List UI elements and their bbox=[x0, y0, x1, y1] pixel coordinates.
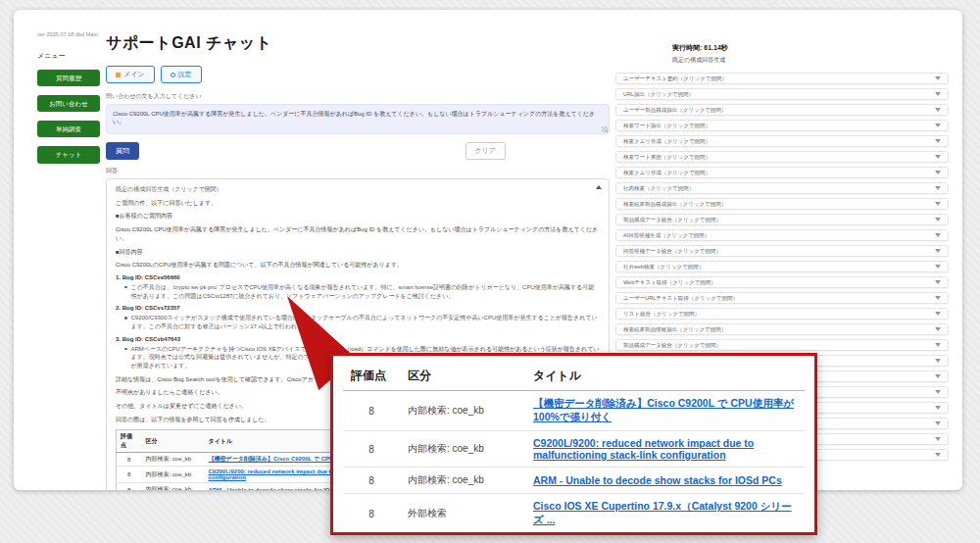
accordion-item[interactable]: 社外web検索（クリックで開閉） bbox=[615, 261, 949, 272]
chevron-down-icon bbox=[935, 155, 941, 159]
accordion-item[interactable]: Webテキスト取得（クリックで開閉） bbox=[615, 276, 949, 288]
chevron-down-icon bbox=[935, 453, 941, 457]
chevron-down-icon bbox=[935, 343, 941, 347]
accordion-item[interactable]: 回答候補データ統合（クリックで開閉） bbox=[615, 245, 949, 257]
question-textarea[interactable]: Cisco C9200L CPU使用率が高騰する障害が発生しました。ベンダーに不… bbox=[106, 104, 610, 134]
clear-button[interactable]: クリア bbox=[466, 142, 507, 160]
inset-category-cell: 内部検索: coe_kb bbox=[400, 391, 525, 431]
chevron-down-icon bbox=[935, 171, 941, 174]
accordion-item[interactable]: 検索ワード抽出（クリックで開閉） bbox=[615, 120, 949, 131]
accordion-item[interactable]: URL抽出（クリックで開閉） bbox=[615, 88, 949, 100]
inset-results-table: 評価点 区分 タイトル 8 内部検索: coe_kb 【機密データ削除済み】Ci… bbox=[343, 362, 805, 535]
tab-main[interactable]: メイン bbox=[106, 66, 155, 83]
sidebar: ver 2025.07.18 dbd Main メニュー 質問履歴 お問い合わせ… bbox=[37, 31, 100, 164]
bug-item: 1. Bug ID: CSCve56660 この不具合は、'crypto sw … bbox=[116, 274, 600, 300]
chevron-down-icon bbox=[935, 186, 941, 190]
sidebar-menu: 質問履歴 お問い合わせ 単純調査 チャット bbox=[37, 70, 100, 164]
inset-table-row: 8 外部検索 Catalyst 9000 トラブルシューティング - hkato… bbox=[343, 534, 805, 536]
chevron-down-icon bbox=[935, 139, 941, 143]
version-note: ver 2025.07.18 dbd Main bbox=[37, 31, 100, 37]
sidebar-menu-button[interactable]: 質問履歴 bbox=[37, 70, 100, 86]
sidebar-menu-button[interactable]: チャット bbox=[37, 146, 100, 163]
pipeline-subtitle: 既定の構成回答生成 bbox=[615, 56, 949, 65]
accordion-item[interactable]: 検索クエリ作成（クリックで開閉） bbox=[615, 135, 949, 147]
bullet-icon bbox=[124, 317, 127, 320]
accordion-item-label: 検索ワード抽出（クリックで開閉） bbox=[623, 123, 710, 129]
inset-category-cell: 外部検索 bbox=[400, 534, 525, 536]
score-cell: 8 bbox=[117, 483, 142, 490]
accordion-item-label: 回答候補データ統合（クリックで開閉） bbox=[623, 248, 721, 255]
bullet-icon bbox=[124, 286, 127, 289]
accordion-item[interactable]: 製品構成データ統合（クリックで開閉） bbox=[615, 214, 949, 225]
action-row: 質問 クリア bbox=[106, 142, 506, 160]
inset-result-link[interactable]: 【機密データ削除済み】Cisco C9200L で CPU使用率が100%で張り… bbox=[533, 397, 794, 422]
column-category: 区分 bbox=[142, 430, 205, 453]
inset-result-link[interactable]: Cisco IOS XE Cupertino 17.9.x（Catalyst 9… bbox=[533, 500, 792, 525]
chevron-down-icon bbox=[935, 296, 941, 300]
tab-settings-label: 設定 bbox=[178, 70, 192, 79]
chevron-down-icon bbox=[935, 92, 941, 96]
accordion-item-label: 製品構成データ統合（クリックで開閉） bbox=[623, 342, 721, 349]
accordion-item[interactable]: 社内検索（クリックで開閉） bbox=[615, 182, 949, 194]
collapse-caret-icon[interactable] bbox=[596, 185, 602, 189]
accordion-item[interactable]: ユーザーURLテキスト取得（クリックで開閉） bbox=[615, 292, 949, 304]
bug-id: 3. Bug ID: CSCvb47643 bbox=[116, 336, 600, 342]
answer-panel-title[interactable]: 既定の構成回答生成（クリックで開閉） bbox=[116, 185, 600, 194]
inset-score-cell: 8 bbox=[343, 391, 400, 431]
accordion-item[interactable]: 検索結果製品情報抽出（クリックで開閉） bbox=[615, 323, 949, 335]
category-cell: 内部検索: coe_kb bbox=[142, 483, 205, 490]
accordion-item[interactable]: ユーザーテキスト要約（クリックで開閉） bbox=[615, 73, 949, 84]
category-cell: 内部検索: coe_kb bbox=[142, 453, 205, 467]
accordion-item[interactable]: 検索クエリ作成（クリックで開閉） bbox=[615, 167, 949, 178]
sidebar-menu-button[interactable]: 単純調査 bbox=[37, 121, 100, 137]
bug-detail-row: この不具合は、'crypto sw pk pro' プロセスでCPU使用率が高く… bbox=[124, 283, 600, 300]
accordion-item-label: 検索クエリ作成（クリックで開閉） bbox=[623, 138, 710, 145]
inset-column-score: 評価点 bbox=[343, 362, 400, 391]
chevron-down-icon bbox=[935, 265, 941, 269]
answer-heading: ■回答内容 bbox=[116, 248, 600, 257]
inset-table-row: 8 内部検索: coe_kb C9200L/9200: reduced netw… bbox=[343, 431, 805, 468]
submit-question-button[interactable]: 質問 bbox=[106, 142, 139, 160]
bug-id: 1. Bug ID: CSCve56660 bbox=[116, 274, 600, 280]
main-tab-icon bbox=[116, 73, 121, 77]
inset-result-link[interactable]: ARM - Unable to decode show stacks for I… bbox=[533, 474, 782, 486]
tab-bar: メイン 設定 bbox=[106, 66, 610, 83]
accordion-item[interactable]: 検索結果製品構成抽出（クリックで開閉） bbox=[615, 198, 949, 210]
score-cell: 8 bbox=[117, 453, 142, 467]
sidebar-menu-button[interactable]: お問い合わせ bbox=[37, 95, 100, 112]
inset-table-row: 8 外部検索 Cisco IOS XE Cupertino 17.9.x（Cat… bbox=[343, 494, 805, 534]
inset-column-title: タイトル bbox=[525, 362, 805, 391]
chevron-down-icon bbox=[935, 437, 941, 441]
chevron-down-icon bbox=[935, 406, 941, 410]
chevron-down-icon bbox=[935, 249, 941, 253]
question-echo: Cisco C9200L CPU使用率が高騰する障害が発生しました。ベンダーに不… bbox=[116, 225, 600, 242]
zoom-inset: 評価点 区分 タイトル 8 内部検索: coe_kb 【機密データ削除済み】Ci… bbox=[330, 353, 817, 535]
inset-score-cell: 8 bbox=[343, 468, 400, 494]
chevron-down-icon bbox=[935, 390, 941, 394]
accordion-item-label: AI回答候補生成（クリックで開閉） bbox=[623, 232, 710, 239]
accordion-item[interactable]: AI回答候補生成（クリックで開閉） bbox=[615, 229, 949, 241]
accordion-item-label: 検索結果製品情報抽出（クリックで開閉） bbox=[623, 326, 726, 333]
resize-handle-icon[interactable] bbox=[602, 126, 608, 132]
accordion-item[interactable]: 製品構成データ統合（クリックで開閉） bbox=[615, 339, 949, 351]
inset-result-link[interactable]: C9200L/9200: reduced network impact due … bbox=[533, 437, 754, 461]
accordion-item[interactable]: 検索ワード展開（クリックで開閉） bbox=[615, 151, 949, 163]
bug-description: C9200/C9300スイッチがスタック構成で使用されている場合に、スタックケー… bbox=[131, 314, 601, 330]
bug-id: 2. Bug ID: CSCvs72357 bbox=[116, 305, 600, 311]
accordion-item-label: 社外web検索（クリックで開閉） bbox=[623, 264, 704, 271]
inset-table-row: 8 内部検索: coe_kb 【機密データ削除済み】Cisco C9200L で… bbox=[343, 391, 805, 431]
accordion-item[interactable]: ユーザー製品構成抽出（クリックで開閉） bbox=[615, 104, 949, 116]
tab-settings[interactable]: 設定 bbox=[161, 66, 202, 83]
chevron-down-icon bbox=[935, 233, 941, 237]
question-text: Cisco C9200L CPU使用率が高騰する障害が発生しました。ベンダーに不… bbox=[113, 111, 595, 124]
bug-item: 2. Bug ID: CSCvs72357 C9200/C9300スイッチがスタ… bbox=[116, 305, 600, 330]
accordion-item-label: URL抽出（クリックで開閉） bbox=[623, 91, 694, 98]
inset-table-row: 8 内部検索: coe_kb ARM - Unable to decode sh… bbox=[343, 468, 805, 494]
category-cell: 内部検索: coe_kb bbox=[142, 467, 205, 483]
chevron-down-icon bbox=[935, 327, 941, 331]
column-score: 評価点 bbox=[117, 430, 142, 453]
inset-score-cell: 8 bbox=[343, 494, 400, 534]
accordion-item[interactable]: リスト統合（クリックで開閉） bbox=[615, 308, 949, 320]
chevron-down-icon bbox=[935, 421, 941, 425]
result-link[interactable]: ARM - Unable to decode show stacks for I… bbox=[209, 487, 351, 490]
